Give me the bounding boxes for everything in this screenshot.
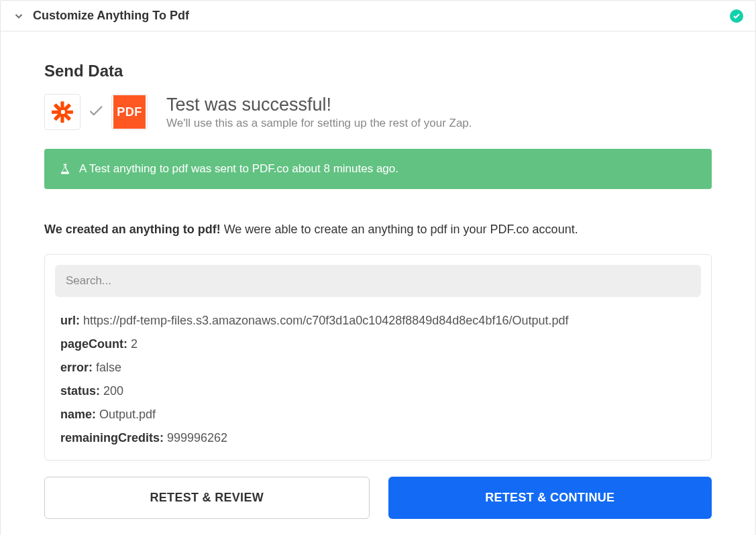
content-area: Send Data PDF Test was successful! We'll… — [1, 32, 755, 535]
created-bold: We created an anything to pdf! — [44, 223, 221, 236]
result-name: name: Output.pdf — [55, 403, 701, 426]
panel: Customize Anything To Pdf Send Data PDF … — [0, 0, 756, 535]
header-title: Customize Anything To Pdf — [33, 9, 189, 23]
check-icon — [87, 102, 105, 122]
result-credits: remainingCredits: 999996262 — [55, 426, 701, 450]
alert-text: A Test anything to pdf was sent to PDF.c… — [79, 162, 398, 176]
created-text: We created an anything to pdf! We were a… — [44, 223, 712, 237]
test-heading: Test was successful! — [166, 95, 472, 115]
pdf-label: PDF — [113, 95, 146, 129]
test-subtext: We'll use this as a sample for setting u… — [166, 117, 472, 130]
test-result-row: PDF Test was successful! We'll use this … — [44, 94, 712, 130]
zapier-icon — [44, 94, 80, 130]
created-rest: We were able to create an anything to pd… — [221, 223, 578, 236]
pdf-app-icon: PDF — [111, 94, 148, 130]
result-url: url: https://pdf-temp-files.s3.amazonaws… — [55, 309, 701, 333]
result-box: url: https://pdf-temp-files.s3.amazonaws… — [44, 254, 712, 461]
result-error: error: false — [55, 356, 701, 379]
chevron-down-icon[interactable] — [13, 10, 25, 22]
retest-review-button[interactable]: RETEST & REVIEW — [44, 477, 370, 519]
result-pagecount: pageCount: 2 — [55, 333, 701, 356]
status-check-icon — [730, 9, 743, 23]
result-status: status: 200 — [55, 379, 701, 403]
retest-continue-button[interactable]: RETEST & CONTINUE — [388, 477, 712, 519]
test-text-block: Test was successful! We'll use this as a… — [166, 95, 472, 130]
success-alert: A Test anything to pdf was sent to PDF.c… — [44, 149, 712, 189]
button-row: RETEST & REVIEW RETEST & CONTINUE — [44, 477, 712, 519]
search-input[interactable] — [55, 265, 701, 297]
flask-icon — [59, 163, 71, 175]
section-title: Send Data — [44, 62, 712, 80]
header-bar: Customize Anything To Pdf — [1, 1, 755, 32]
